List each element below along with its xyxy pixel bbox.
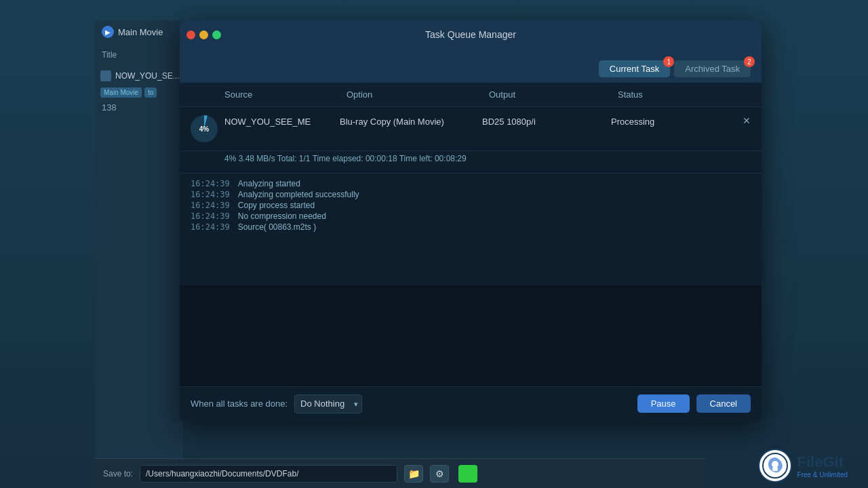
log-time: 16:24:39 [191,201,230,210]
filegit-name: FileGit [797,453,848,471]
log-msg: Analyzing completed successfully [238,190,359,199]
archived-task-badge: 2 [744,56,755,67]
modal-title-bar: Task Queue Manager [180,20,762,49]
progress-pct: 4% [199,125,209,133]
task-queue-modal: Task Queue Manager Current Task 1 Archiv… [180,20,762,420]
minimize-btn[interactable] [199,30,208,39]
svg-point-1 [772,461,778,468]
empty-lower-area [180,285,762,386]
when-done-label: When all tasks are done: [191,399,288,409]
filegit-text: FileGit Free & Unlimited [797,453,848,479]
window-controls [186,30,221,39]
current-task-badge: 1 [663,56,674,67]
close-btn[interactable] [186,30,195,39]
task-source: NOW_YOU_SEE_ME [224,115,340,127]
folder-icon-btn[interactable]: 📁 [404,465,423,483]
col-header-status: Status [618,89,713,100]
modal-bottom: When all tasks are done: Do Nothing Paus… [180,386,762,420]
progress-details: 4% 3.48 MB/s Total: 1/1 Time elapsed: 00… [180,151,762,174]
log-entry: 16:24:39 Analyzing started [191,179,751,188]
log-time: 16:24:39 [191,211,230,221]
log-time: 16:24:39 [191,222,230,232]
log-msg: Source( 00863.m2ts ) [238,222,316,232]
filegit-tagline: Free & Unlimited [797,471,848,479]
filegit-logo: FileGit Free & Unlimited [758,449,848,483]
tag-main-movie: Main Movie [100,87,142,98]
col-header-source: Source [224,89,347,100]
log-entry: 16:24:39 No compression needed [191,211,751,221]
filegit-icon [758,449,792,483]
col-header-output: Output [489,89,618,100]
current-task-tab[interactable]: Current Task 1 [599,60,670,77]
save-label: Save to: [103,469,133,479]
log-msg: No compression needed [238,211,326,221]
sidebar-main-movie[interactable]: ▶ Main Movie [95,20,183,43]
title-label: Title [102,50,117,60]
maximize-btn[interactable] [212,30,221,39]
modal-title: Task Queue Manager [425,29,516,40]
title-section: Title [95,43,183,66]
archived-task-tab[interactable]: Archived Task 2 [674,60,751,77]
task-status: Processing [611,115,743,127]
settings-icon-btn[interactable]: ⚙ [430,465,449,483]
log-entry: 16:24:39 Source( 00863.m2ts ) [191,222,751,232]
task-output: BD25 1080p/i [482,115,611,127]
save-path-input[interactable] [140,465,397,483]
movie-item[interactable]: NOW_YOU_SE... [95,66,183,85]
log-msg: Analyzing started [238,179,300,188]
sidebar-main-movie-label: Main Movie [118,27,163,37]
svg-rect-2 [772,467,778,471]
movie-name: NOW_YOU_SE... [115,71,180,81]
log-time: 16:24:39 [191,190,230,199]
movie-icon [100,70,111,81]
when-done-select[interactable]: Do Nothing [294,394,362,413]
table-row: 4% NOW_YOU_SEE_ME Blu-ray Copy (Main Mov… [180,107,762,151]
tabs-bar: Current Task 1 Archived Task 2 [180,49,762,83]
when-done-select-wrapper: Do Nothing [294,394,362,413]
log-area: 16:24:39 Analyzing started 16:24:39 Anal… [180,174,762,285]
cancel-button[interactable]: Cancel [696,394,751,413]
sidebar: ▶ Main Movie Title NOW_YOU_SE... Main Mo… [95,20,183,461]
progress-circle: 4% [191,115,218,142]
main-movie-icon: ▶ [102,26,114,38]
log-time: 16:24:39 [191,179,230,188]
task-option: Blu-ray Copy (Main Movie) [340,115,482,127]
task-close-btn[interactable]: ✕ [743,115,751,126]
log-entry: 16:24:39 Copy process started [191,201,751,210]
col-header-option: Option [347,89,489,100]
go-btn[interactable] [458,465,477,483]
column-headers: Source Option Output Status [180,83,762,107]
tag-to: to [144,87,157,98]
log-entry: 16:24:39 Analyzing completed successfull… [191,190,751,199]
progress-info: 4% 3.48 MB/s Total: 1/1 Time elapsed: 00… [224,154,751,163]
count-badge: 138 [95,100,183,115]
movie-tags: Main Movie to [95,85,183,100]
bottom-bar: Save to: 📁 ⚙ [95,458,705,488]
pause-button[interactable]: Pause [637,394,690,413]
log-msg: Copy process started [238,201,315,210]
